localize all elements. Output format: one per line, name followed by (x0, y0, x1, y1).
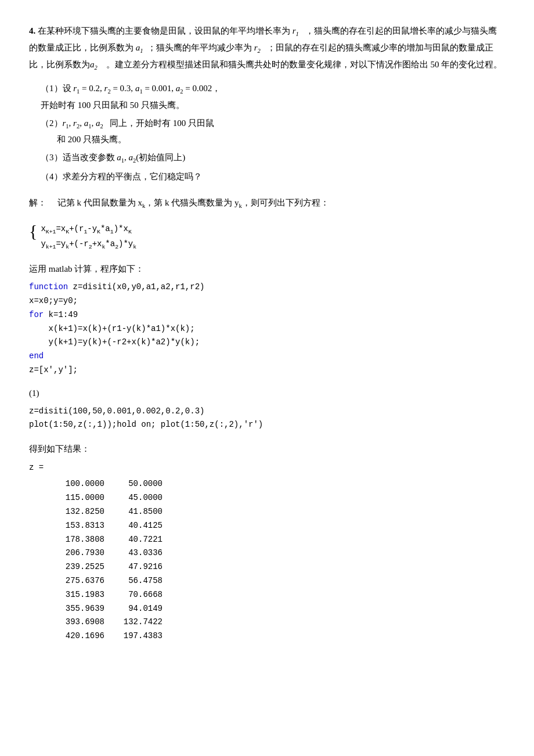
cell-4-1: 40.7221 (116, 533, 163, 547)
part1-disiti-call: z=disiti(100,50,0.001,0.002,0.2,0.3) (29, 406, 204, 416)
code-z-assign: z=[x',y']; (29, 365, 78, 375)
data-table: 100.0000 50.0000 115.0000 45.0000 132.82… (52, 477, 505, 643)
keyword-function: function (29, 282, 68, 291)
equation-lines: xK+1=xK+(r1-yK*a1)*xK yk+1=yk+(-r2+xk*a2… (41, 222, 136, 252)
data-row-8: 315.1983 70.6668 (52, 588, 505, 602)
part1-label: (1) (29, 386, 505, 401)
solution-header: 解： 记第 k 代田鼠数量为 xk，第 k 代猫头鹰数量为 yk，则可列出下列方… (29, 195, 505, 212)
code-line-2: x=x0;y=y0; (29, 294, 505, 308)
cell-6-0: 239.2525 (52, 560, 104, 574)
code-block: function z=disiti(x0,y0,a1,a2,r1,r2) x=x… (29, 280, 505, 377)
data-row-10: 393.6908 132.7422 (52, 615, 505, 629)
keyword-for: for (29, 310, 44, 319)
equation-line-2: yk+1=yk+(-r2+xk*a2)*yk (41, 237, 136, 252)
part1-code-line2: plot(1:50,z(:,1));hold on; plot(1:50,z(:… (29, 418, 505, 432)
data-row-4: 178.3808 40.7221 (52, 533, 505, 547)
cell-10-1: 132.7422 (116, 615, 163, 629)
cell-7-1: 56.4758 (116, 574, 163, 588)
item1-label: （1）设 r1 = 0.2, r2 = 0.3, a1 = 0.001, a2 … (41, 84, 221, 93)
code-line-6: end (29, 350, 505, 363)
cell-0-1: 50.0000 (116, 477, 163, 491)
part1-code: z=disiti(100,50,0.001,0.002,0.2,0.3) plo… (29, 405, 505, 433)
code-line-4: x(k+1)=x(k)+(r1-y(k)*a1)*x(k); (29, 322, 505, 336)
equation-system: { xK+1=xK+(r1-yK*a1)*xK yk+1=yk+(-r2+xk*… (29, 222, 136, 252)
result-section: 得到如下结果： z = 100.0000 50.0000 115.0000 45… (29, 441, 505, 643)
code-line-1: function z=disiti(x0,y0,a1,a2,r1,r2) (29, 280, 505, 294)
cell-4-0: 178.3808 (52, 533, 104, 547)
cell-5-1: 43.0336 (116, 546, 163, 560)
cell-7-0: 275.6376 (52, 574, 104, 588)
cell-11-0: 420.1696 (52, 629, 104, 643)
cell-9-1: 94.0149 (116, 602, 163, 616)
sub-item-3: （3）适当改变参数 a1, a2(初始值同上) (41, 150, 505, 167)
cell-8-0: 315.1983 (52, 588, 104, 602)
cell-3-0: 153.8313 (52, 519, 104, 533)
code-function-def: z=disiti(x0,y0,a1,a2,r1,r2) (68, 282, 204, 291)
matlab-intro: 运用 matlab 计算，程序如下： (29, 261, 505, 277)
solution-label: 解： 记第 k 代田鼠数量为 xk，第 k 代猫头鹰数量为 yk，则可列出下列方… (29, 198, 329, 207)
item4-text: （4）求差分方程的平衡点，它们稳定吗？ (41, 172, 202, 181)
data-row-0: 100.0000 50.0000 (52, 477, 505, 491)
code-line-5: y(k+1)=y(k)+(-r2+x(k)*a2)*y(k); (29, 336, 505, 350)
a2-variable: a2 (90, 60, 98, 69)
code-y-update: y(k+1)=y(k)+(-r2+x(k)*a2)*y(k); (29, 337, 200, 347)
data-row-6: 239.2525 47.9216 (52, 560, 505, 574)
part1-section: (1) z=disiti(100,50,0.001,0.002,0.2,0.3)… (29, 386, 505, 433)
part1-code-line1: z=disiti(100,50,0.001,0.002,0.2,0.3) (29, 405, 505, 419)
r2-variable: r2 (254, 43, 261, 52)
item3-text: （3）适当改变参数 a1, a2(初始值同上) (41, 153, 185, 162)
equation-line-1: xK+1=xK+(r1-yK*a1)*xK (41, 222, 136, 237)
cell-6-1: 47.9216 (116, 560, 163, 574)
sub-item-4: （4）求差分方程的平衡点，它们稳定吗？ (41, 169, 505, 185)
code-x-update: x(k+1)=x(k)+(r1-y(k)*a1)*x(k); (29, 324, 195, 333)
cell-11-1: 197.4383 (116, 629, 163, 643)
item2-text2: 和 200 只猫头鹰。 (57, 135, 127, 144)
data-row-5: 206.7930 43.0336 (52, 546, 505, 560)
cell-0-0: 100.0000 (52, 477, 104, 491)
sub-item-1: （1）设 r1 = 0.2, r2 = 0.3, a1 = 0.001, a2 … (41, 81, 505, 113)
part1-plot-call: plot(1:50,z(:,1));hold on; plot(1:50,z(:… (29, 420, 263, 429)
code-line-3: for k=1:49 (29, 308, 505, 322)
r1-variable: r1 (293, 26, 299, 35)
cell-2-1: 41.8500 (116, 505, 163, 519)
cell-5-0: 206.7930 (52, 546, 104, 560)
data-row-9: 355.9639 94.0149 (52, 602, 505, 616)
data-row-3: 153.8313 40.4125 (52, 519, 505, 533)
z-equals-label: z = (29, 460, 505, 475)
cell-8-1: 70.6668 (116, 588, 163, 602)
left-brace: { (29, 222, 37, 240)
cell-2-0: 132.8250 (52, 505, 104, 519)
data-row-7: 275.6376 56.4758 (52, 574, 505, 588)
sub-item-2: （2）r1, r2, a1, a2 同上，开始时有 100 只田鼠 和 200 … (41, 116, 505, 148)
code-for-range: k=1:49 (44, 310, 78, 319)
cell-10-0: 393.6908 (52, 615, 104, 629)
item1-text: 开始时有 100 只田鼠和 50 只猫头鹰。 (41, 100, 185, 110)
problem-number: 4. (29, 26, 35, 35)
data-row-2: 132.8250 41.8500 (52, 505, 505, 519)
cell-9-0: 355.9639 (52, 602, 104, 616)
code-init: x=x0;y=y0; (29, 296, 78, 305)
data-row-11: 420.1696 197.4383 (52, 629, 505, 643)
cell-1-0: 115.0000 (52, 491, 104, 505)
keyword-end: end (29, 351, 44, 361)
cell-1-1: 45.0000 (116, 491, 163, 505)
problem-statement: 4. 在某种环境下猫头鹰的主要食物是田鼠，设田鼠的年平均增长率为 r1 ，猫头鹰… (29, 23, 505, 74)
main-content: 4. 在某种环境下猫头鹰的主要食物是田鼠，设田鼠的年平均增长率为 r1 ，猫头鹰… (29, 23, 505, 643)
item2-text: （2）r1, r2, a1, a2 同上，开始时有 100 只田鼠 (41, 118, 214, 128)
data-row-1: 115.0000 45.0000 (52, 491, 505, 505)
a1-variable: a1 (136, 43, 143, 52)
result-intro-text: 得到如下结果： (29, 441, 505, 457)
cell-3-1: 40.4125 (116, 519, 163, 533)
code-line-7: z=[x',y']; (29, 363, 505, 377)
